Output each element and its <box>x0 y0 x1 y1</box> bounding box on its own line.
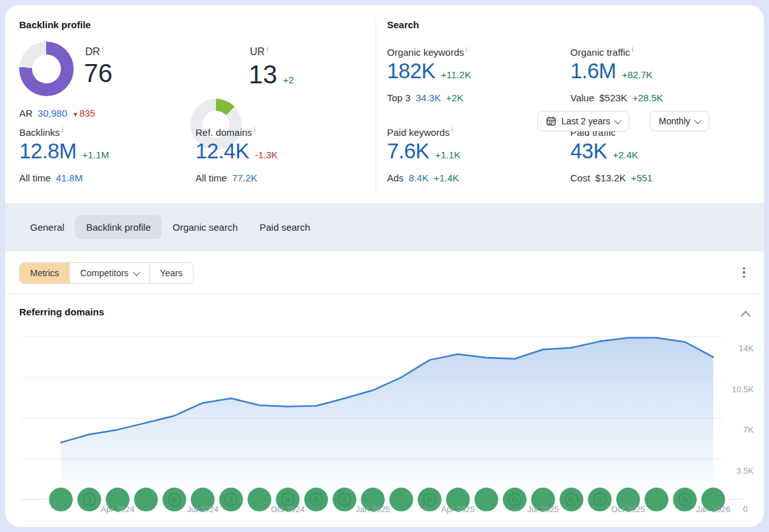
ads-delta: +1.4K <box>434 172 459 183</box>
event-glyph: G <box>597 495 603 503</box>
cost-label: Cost <box>570 172 590 183</box>
info-icon[interactable]: i <box>254 126 255 133</box>
ar-row: AR 30,980 ▼835 <box>19 108 95 119</box>
paid-traffic-delta: +2.4K <box>613 149 638 160</box>
backlinks-alltime-label: All time <box>19 172 51 183</box>
kebab-dot <box>743 271 745 274</box>
ur-value-row: 13 +2 <box>249 60 294 89</box>
ar-delta: ▼835 <box>72 108 95 119</box>
x-axis-label: Oct 2024 <box>271 504 305 514</box>
ref-domains-stat: Ref. domainsi 12.4K -1.3K All time 77.2K <box>195 126 278 183</box>
event-marker[interactable] <box>474 488 498 511</box>
event-glyph: G <box>427 495 433 503</box>
value-amount: $523K <box>599 92 627 103</box>
info-icon[interactable]: i <box>267 46 268 53</box>
stats-divider <box>376 21 376 192</box>
ads-value[interactable]: 8.4K <box>409 172 429 183</box>
ref-domains-value[interactable]: 12.4K <box>195 139 249 163</box>
x-axis-label: Apr 2025 <box>441 504 475 514</box>
collapse-chevron-icon[interactable] <box>741 311 751 321</box>
paid-keywords-value[interactable]: 7.6K <box>387 139 429 163</box>
backlinks-delta: +1.1M <box>82 149 109 160</box>
event-marker[interactable] <box>390 488 413 511</box>
paid-traffic-stat: Paid traffici 43K +2.4K Cost $13.2K +551 <box>570 126 652 183</box>
backlinks-alltime-value[interactable]: 41.8M <box>56 172 83 183</box>
organic-keywords-value[interactable]: 182K <box>387 59 435 83</box>
organic-keywords-stat: Organic keywordsi 182K +11.2K Top 3 34.3… <box>387 46 471 103</box>
competitors-button[interactable]: Competitors <box>69 263 149 283</box>
search-title: Search <box>387 19 419 30</box>
ur-value: 13 <box>249 60 277 89</box>
area-fill <box>61 338 713 499</box>
tab-paid-search[interactable]: Paid search <box>249 215 321 239</box>
years-button[interactable]: Years <box>149 263 193 283</box>
paid-traffic-value[interactable]: 43K <box>570 139 607 163</box>
dr-value: 76 <box>84 59 113 88</box>
section-tabbar: General Backlink profile Organic search … <box>5 203 764 251</box>
paid-keywords-delta: +1.1K <box>435 149 461 160</box>
info-icon[interactable]: i <box>102 46 103 53</box>
event-glyph: 2 <box>343 495 347 503</box>
backlinks-value[interactable]: 12.8M <box>19 139 76 163</box>
organic-traffic-delta: +82.7K <box>622 69 652 80</box>
y-axis-label: 10.5K <box>732 385 754 394</box>
tab-general[interactable]: General <box>19 215 75 239</box>
y-axis-label: 7K <box>743 425 754 435</box>
metrics-button[interactable]: Metrics <box>20 263 69 283</box>
value-delta: +28.5K <box>633 92 663 103</box>
date-range-button[interactable]: Last 2 years <box>537 111 629 131</box>
ref-domains-delta: -1.3K <box>255 149 278 160</box>
event-glyph: 2 <box>229 495 233 503</box>
ref-domains-alltime-label: All time <box>195 172 227 183</box>
organic-traffic-stat: Organic traffici 1.6M +82.7K Value $523K… <box>570 46 663 103</box>
top3-delta: +2K <box>446 92 463 103</box>
backlinks-stat: Backlinksi 12.8M +1.1M All time 41.8M <box>19 126 109 183</box>
top3-label: Top 3 <box>387 92 411 103</box>
info-icon[interactable]: i <box>632 46 633 53</box>
event-glyph: G <box>568 495 574 503</box>
down-triangle-icon: ▼ <box>72 111 79 118</box>
event-marker[interactable] <box>134 488 158 511</box>
calendar-icon <box>546 116 556 126</box>
referring-domains-chart: 3.5K7K10.5K14K3G2aG2GGGGGApr 2024Jul 202… <box>5 320 764 527</box>
cost-delta: +551 <box>631 172 652 183</box>
info-icon[interactable]: i <box>62 126 63 133</box>
organic-keywords-label: Organic keywordsi <box>387 46 471 58</box>
chevron-down-icon <box>133 269 140 276</box>
y-axis-label: 14K <box>739 344 754 353</box>
organic-traffic-value[interactable]: 1.6M <box>570 59 616 83</box>
event-glyph: 3 <box>87 495 91 503</box>
dr-gauge <box>19 42 74 96</box>
ar-label: AR <box>19 108 33 119</box>
chevron-down-icon <box>615 117 622 124</box>
top3-value[interactable]: 34.3K <box>416 92 441 103</box>
more-options-button[interactable] <box>736 262 752 283</box>
divider <box>5 294 764 294</box>
dashboard-card: Backlink profile DRi 76 AR 30,980 ▼835 U… <box>5 5 764 527</box>
ref-domains-label: Ref. domainsi <box>195 126 278 138</box>
ads-label: Ads <box>387 172 404 183</box>
info-icon[interactable]: i <box>466 46 467 53</box>
event-marker[interactable] <box>247 488 271 511</box>
organic-traffic-label: Organic traffici <box>570 46 663 58</box>
y-axis-zero-label: 0 <box>743 504 747 514</box>
tab-backlink-profile[interactable]: Backlink profile <box>75 215 161 239</box>
info-icon[interactable]: i <box>452 126 453 133</box>
event-marker[interactable] <box>49 488 73 511</box>
organic-keywords-delta: +11.2K <box>441 69 471 80</box>
paid-keywords-stat: Paid keywordsi 7.6K +1.1K Ads 8.4K +1.4K <box>387 126 461 183</box>
ref-domains-alltime-value[interactable]: 77.2K <box>232 172 257 183</box>
chevron-down-icon <box>694 117 701 124</box>
event-glyph: G <box>313 495 319 503</box>
event-marker[interactable] <box>645 488 668 511</box>
event-glyph: G <box>512 495 518 503</box>
tab-organic-search[interactable]: Organic search <box>161 215 249 239</box>
cost-value: $13.2K <box>595 172 626 183</box>
kebab-dot <box>743 276 745 278</box>
x-axis-label: Jul 2024 <box>187 504 219 514</box>
x-axis-label: Jan 2026 <box>696 504 731 514</box>
view-toggle-group: Metrics Competitors Years <box>19 262 194 284</box>
granularity-button[interactable]: Monthly <box>650 111 709 131</box>
backlink-profile-title: Backlink profile <box>19 19 91 30</box>
ar-value[interactable]: 30,980 <box>38 108 67 119</box>
